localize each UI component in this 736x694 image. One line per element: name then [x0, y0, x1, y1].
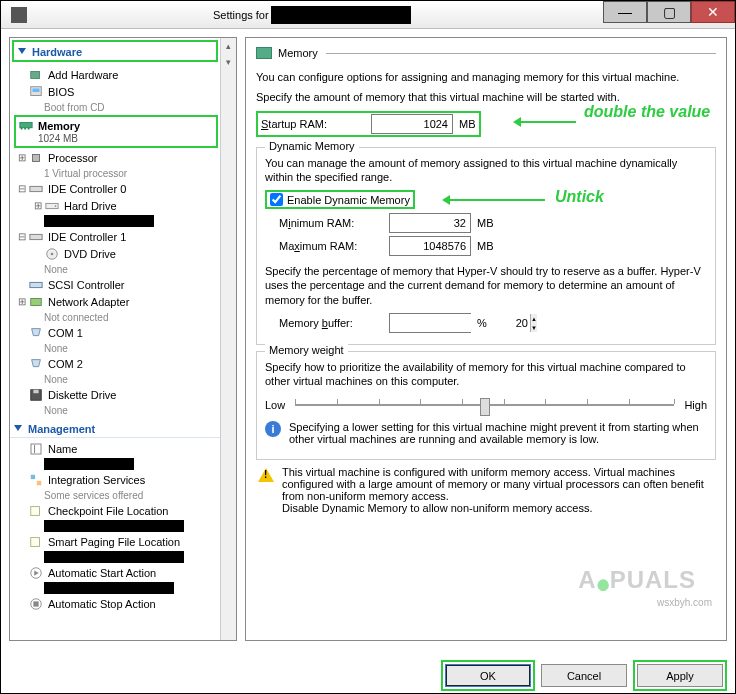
dialog-buttons: OK Cancel Apply: [445, 664, 723, 687]
tree-diskette[interactable]: Diskette Drive: [10, 386, 236, 403]
processor-icon: [28, 151, 44, 165]
expand-icon[interactable]: ⊞: [32, 200, 44, 211]
buffer-spinner[interactable]: ▲▼: [389, 313, 471, 333]
tree-add-hardware[interactable]: Add Hardware: [10, 66, 236, 83]
unit-percent: %: [477, 317, 487, 329]
tree-integration[interactable]: Integration Services: [10, 471, 236, 488]
weight-slider[interactable]: [295, 395, 674, 415]
cancel-button[interactable]: Cancel: [541, 664, 627, 687]
buffer-input[interactable]: [390, 314, 530, 332]
watermark-sub: wsxbyh.com: [657, 597, 712, 608]
memory-weight-title: Memory weight: [265, 344, 348, 356]
window-title: Settings for: [33, 9, 269, 21]
tree-com1-sub: None: [10, 341, 236, 355]
ok-button[interactable]: OK: [445, 664, 531, 687]
expand-icon[interactable]: ⊞: [16, 296, 28, 307]
max-ram-input[interactable]: [389, 236, 471, 256]
scroll-down-icon[interactable]: ▾: [221, 54, 236, 70]
tree-ide0[interactable]: ⊟ IDE Controller 0: [10, 180, 236, 197]
svg-rect-23: [31, 537, 40, 546]
unit-mb: MB: [459, 118, 476, 130]
tree-scsi[interactable]: SCSI Controller: [10, 276, 236, 293]
section-hardware[interactable]: Hardware: [12, 40, 218, 62]
svg-rect-20: [31, 474, 35, 478]
buffer-label: Memory buffer:: [279, 317, 389, 329]
svg-rect-22: [31, 506, 40, 515]
expand-icon[interactable]: ⊞: [16, 152, 28, 163]
svg-rect-26: [33, 601, 38, 606]
tree-dvd-sub: None: [10, 262, 236, 276]
tree-scrollbar[interactable]: ▴ ▾: [220, 38, 236, 640]
info-text: Specifying a lower setting for this virt…: [289, 421, 707, 445]
bios-icon: [28, 85, 44, 99]
tree-com1[interactable]: COM 1: [10, 324, 236, 341]
tree-com2[interactable]: COM 2: [10, 355, 236, 372]
svg-rect-21: [37, 480, 41, 484]
collapse-icon[interactable]: ⊟: [16, 231, 28, 242]
annotation-double: double the value: [584, 103, 710, 121]
annotation-arrow: [445, 199, 545, 201]
tree-autostop[interactable]: Automatic Stop Action: [10, 595, 236, 612]
svg-rect-15: [31, 298, 42, 305]
svg-rect-0: [31, 71, 40, 78]
svg-rect-11: [30, 234, 42, 239]
tree-bios-sub: Boot from CD: [10, 100, 236, 114]
hard-drive-icon: [44, 199, 60, 213]
collapse-icon[interactable]: ⊟: [16, 183, 28, 194]
dvd-icon: [44, 247, 60, 261]
tree-checkpoint[interactable]: Checkpoint File Location: [10, 502, 236, 519]
min-ram-input[interactable]: [389, 213, 471, 233]
scroll-up-icon[interactable]: ▴: [221, 38, 236, 54]
apply-button[interactable]: Apply: [637, 664, 723, 687]
spin-up-icon[interactable]: ▲: [531, 314, 537, 323]
svg-rect-7: [33, 154, 40, 161]
enable-dynamic-checkbox[interactable]: [270, 193, 283, 206]
app-icon: [11, 7, 27, 23]
svg-rect-8: [30, 186, 42, 191]
tree-dvd[interactable]: DVD Drive: [10, 245, 236, 262]
memory-weight-group: Memory weight Specify how to prioritize …: [256, 351, 716, 460]
spin-down-icon[interactable]: ▼: [531, 323, 537, 332]
info-icon: i: [265, 421, 281, 437]
tree-hard-drive[interactable]: ⊞ Hard Drive: [10, 197, 236, 214]
warning-text: This virtual machine is configured with …: [282, 466, 714, 514]
tree-network[interactable]: ⊞ Network Adapter: [10, 293, 236, 310]
ide-icon: [28, 230, 44, 244]
window-titlebar: Settings for — ▢ ✕: [1, 1, 735, 29]
minimize-button[interactable]: —: [603, 1, 647, 23]
tree-ide1[interactable]: ⊟ IDE Controller 1: [10, 228, 236, 245]
smartpaging-icon: [28, 535, 44, 549]
com-port-icon: [28, 357, 44, 371]
tree-integration-sub: Some services offered: [10, 488, 236, 502]
redacted-title: [271, 6, 411, 24]
unit-mb: MB: [477, 240, 494, 252]
dynamic-memory-title: Dynamic Memory: [265, 140, 359, 152]
tree-processor[interactable]: ⊞ Processor: [10, 149, 236, 166]
tree-diskette-sub: None: [10, 403, 236, 417]
integration-icon: [28, 473, 44, 487]
svg-rect-5: [24, 128, 26, 130]
autostart-icon: [28, 566, 44, 580]
memory-settings-panel: Memory You can configure options for ass…: [245, 37, 727, 641]
tree-memory[interactable]: Memory 1024 MB: [14, 115, 218, 148]
name-icon: I: [28, 442, 44, 456]
tree-processor-sub: 1 Virtual processor: [10, 166, 236, 180]
enable-dynamic-label: Enable Dynamic Memory: [287, 194, 410, 206]
tree-smartpaging[interactable]: Smart Paging File Location: [10, 533, 236, 550]
svg-rect-3: [20, 123, 32, 128]
section-management[interactable]: Management: [10, 419, 236, 438]
tree-bios[interactable]: BIOS: [10, 83, 236, 100]
settings-tree: Hardware Add Hardware BIOS Boot from CD …: [9, 37, 237, 641]
maximize-button[interactable]: ▢: [647, 1, 691, 23]
startup-ram-input[interactable]: [371, 114, 453, 134]
slider-thumb[interactable]: [480, 398, 490, 416]
annotation-untick: Untick: [555, 188, 604, 206]
com-port-icon: [28, 326, 44, 340]
tree-name[interactable]: I Name: [10, 440, 236, 457]
redacted: [10, 550, 236, 564]
max-ram-label: Maximum RAM:: [279, 240, 389, 252]
svg-point-13: [51, 252, 54, 255]
tree-autostart[interactable]: Automatic Start Action: [10, 564, 236, 581]
svg-rect-4: [21, 128, 23, 130]
close-button[interactable]: ✕: [691, 1, 735, 23]
